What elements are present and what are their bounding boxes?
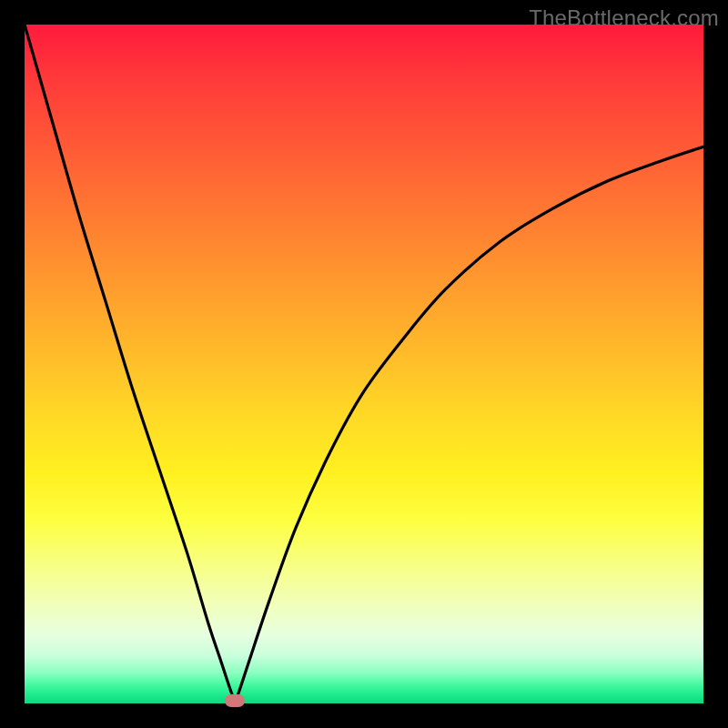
gradient-panel xyxy=(25,25,703,703)
plot-frame xyxy=(25,25,703,703)
optimum-marker xyxy=(225,694,245,707)
watermark-text: TheBottleneck.com xyxy=(529,5,719,31)
